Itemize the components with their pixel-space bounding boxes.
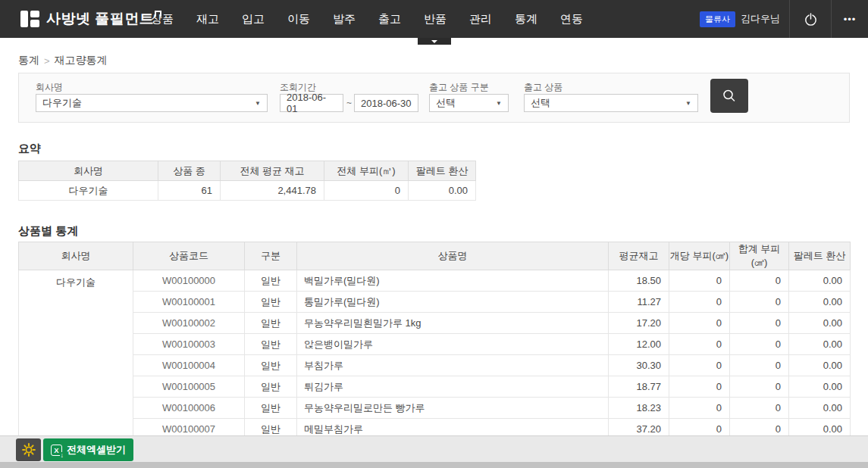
cell-code: W00100003 [133, 334, 245, 355]
nav-item-1[interactable]: 재고 [196, 12, 219, 27]
settings-button[interactable] [16, 438, 41, 461]
table-row: W00100004일반부침가루30.30000.00 [19, 355, 851, 376]
excel-download-icon: X↓ [51, 445, 62, 456]
power-icon [803, 11, 819, 27]
stats-header-total-volume: 합계 부피(㎤) [730, 242, 789, 270]
cell-total-vol: 0 [730, 270, 789, 292]
period-to-input[interactable]: 2018-06-30 [354, 94, 418, 112]
product-label: 출고 상품 [524, 81, 562, 94]
nav-item-0[interactable]: 상품 [151, 12, 174, 27]
summary-header-company: 회사명 [19, 161, 158, 181]
cell-code: W00100006 [133, 398, 245, 419]
cell-type: 일반 [245, 376, 297, 398]
main-menu: 상품재고입고이동발주출고반품관리통계연동 [151, 0, 583, 38]
stats-header-avg: 평균재고 [609, 242, 669, 270]
summary-avg-stock: 2,441.78 [221, 181, 324, 201]
chevron-down-icon: ▼ [255, 100, 261, 107]
product-select[interactable]: 선택 ▼ [524, 94, 698, 112]
excel-download-button[interactable]: X↓ 전체엑셀받기 [43, 438, 133, 461]
cell-code: W00100001 [133, 292, 245, 313]
bottom-action-bar: X↓ 전체엑셀받기 [0, 435, 868, 462]
cell-code: W00100000 [133, 270, 245, 292]
table-row: W00100003일반앉은뱅이밀가루12.00000.00 [19, 334, 851, 355]
stats-company-cell: 다우기술 [19, 270, 133, 440]
cell-code: W00100002 [133, 313, 245, 334]
gear-icon [22, 443, 36, 457]
summary-row: 다우기술 61 2,441.78 0 0.00 [19, 181, 476, 201]
summary-product-count: 61 [158, 181, 221, 201]
cell-pallet: 0.00 [789, 355, 851, 376]
company-label: 회사명 [36, 81, 63, 94]
cell-name: 앉은뱅이밀가루 [297, 334, 609, 355]
cell-unit-vol: 0 [669, 398, 730, 419]
search-filter-panel: 회사명 다우기술 ▼ 조회기간 2018-06-01 ~ 2018-06-30 … [18, 73, 850, 123]
company-select[interactable]: 다우기술 ▼ [36, 94, 268, 112]
logo-icon [20, 11, 40, 27]
summary-table: 회사명 상품 종 전체 평균 재고 전체 부피(㎥) 팔레트 환산 다우기술 6… [18, 161, 476, 201]
breadcrumb-page[interactable]: 재고량통계 [55, 54, 108, 67]
cell-name: 무농약우리밀흰밀가루 1kg [297, 313, 609, 334]
table-row: W00100006일반무농약우리밀로만든 빵가루18.23000.00 [19, 398, 851, 419]
tilde-separator: ~ [346, 98, 352, 108]
cell-total-vol: 0 [730, 398, 789, 419]
stats-header-type: 구분 [245, 242, 297, 270]
stats-header-row: 회사명 상품코드 구분 상품명 평균재고 개당 부피(㎤) 합계 부피(㎤) 팔… [19, 242, 851, 270]
user-role-badge: 물류사 [700, 11, 735, 27]
summary-header-row: 회사명 상품 종 전체 평균 재고 전체 부피(㎥) 팔레트 환산 [19, 161, 476, 181]
cell-type: 일반 [245, 398, 297, 419]
breadcrumb-section[interactable]: 통계 [18, 54, 39, 67]
stats-header-company: 회사명 [19, 242, 133, 270]
summary-header-total-volume: 전체 부피(㎥) [324, 161, 409, 181]
summary-header-pallet: 팔레트 환산 [409, 161, 476, 181]
product-stats-table: 회사명 상품코드 구분 상품명 평균재고 개당 부피(㎤) 합계 부피(㎤) 팔… [18, 242, 851, 440]
bottom-scrollbar-track [0, 462, 868, 468]
cell-pallet: 0.00 [789, 292, 851, 313]
nav-item-7[interactable]: 관리 [469, 12, 492, 27]
cell-unit-vol: 0 [669, 292, 730, 313]
summary-header-avg-stock: 전체 평균 재고 [221, 161, 324, 181]
cell-name: 부침가루 [297, 355, 609, 376]
stats-header-name: 상품명 [297, 242, 609, 270]
table-row: W00100001일반통밀가루(밀다원)11.27000.00 [19, 292, 851, 313]
more-menu-button[interactable]: ••• [832, 0, 868, 38]
active-menu-indicator[interactable] [418, 38, 451, 45]
top-navigation-bar: 사방넷 풀필먼트 상품재고입고이동발주출고반품관리통계연동 물류사 김다우님 •… [0, 0, 868, 38]
cell-code: W00100005 [133, 376, 245, 398]
cell-type: 일반 [245, 270, 297, 292]
product-type-label: 출고 상품 구분 [429, 81, 489, 94]
cell-avg: 30.30 [609, 355, 669, 376]
stats-header-unit-volume: 개당 부피(㎤) [669, 242, 730, 270]
nav-item-2[interactable]: 입고 [242, 12, 265, 27]
nav-item-6[interactable]: 반품 [424, 12, 447, 27]
logout-power-button[interactable] [790, 0, 831, 38]
summary-section-title: 요약 [18, 142, 41, 156]
topbar-right: 물류사 김다우님 ••• [700, 0, 868, 38]
nav-item-9[interactable]: 연동 [560, 12, 583, 27]
user-name[interactable]: 김다우님 [741, 12, 780, 26]
cell-avg: 18.23 [609, 398, 669, 419]
nav-item-3[interactable]: 이동 [287, 12, 310, 27]
cell-pallet: 0.00 [789, 334, 851, 355]
logo-text: 사방넷 풀필먼트 [46, 9, 161, 29]
cell-avg: 18.77 [609, 376, 669, 398]
period-from-input[interactable]: 2018-06-01 [280, 94, 343, 112]
summary-header-product-count: 상품 종 [158, 161, 221, 181]
chevron-down-icon [431, 40, 437, 43]
search-icon [721, 88, 738, 105]
search-button[interactable] [710, 79, 748, 113]
cell-unit-vol: 0 [669, 313, 730, 334]
cell-pallet: 0.00 [789, 376, 851, 398]
product-stats-body: 다우기술W00100000일반백밀가루(밀다원)18.50000.00W0010… [19, 270, 851, 440]
cell-name: 무농약우리밀로만든 빵가루 [297, 398, 609, 419]
cell-unit-vol: 0 [669, 355, 730, 376]
nav-item-5[interactable]: 출고 [378, 12, 401, 27]
breadcrumb-separator: > [44, 55, 50, 67]
cell-avg: 17.20 [609, 313, 669, 334]
nav-item-4[interactable]: 발주 [333, 12, 356, 27]
ellipsis-icon: ••• [844, 14, 857, 25]
page: 사방넷 풀필먼트 상품재고입고이동발주출고반품관리통계연동 물류사 김다우님 •… [0, 0, 868, 468]
nav-item-8[interactable]: 통계 [515, 12, 537, 27]
app-logo[interactable]: 사방넷 풀필먼트 [20, 0, 161, 38]
table-row: 다우기술W00100000일반백밀가루(밀다원)18.50000.00 [19, 270, 851, 292]
product-type-select[interactable]: 선택 ▼ [429, 94, 509, 112]
